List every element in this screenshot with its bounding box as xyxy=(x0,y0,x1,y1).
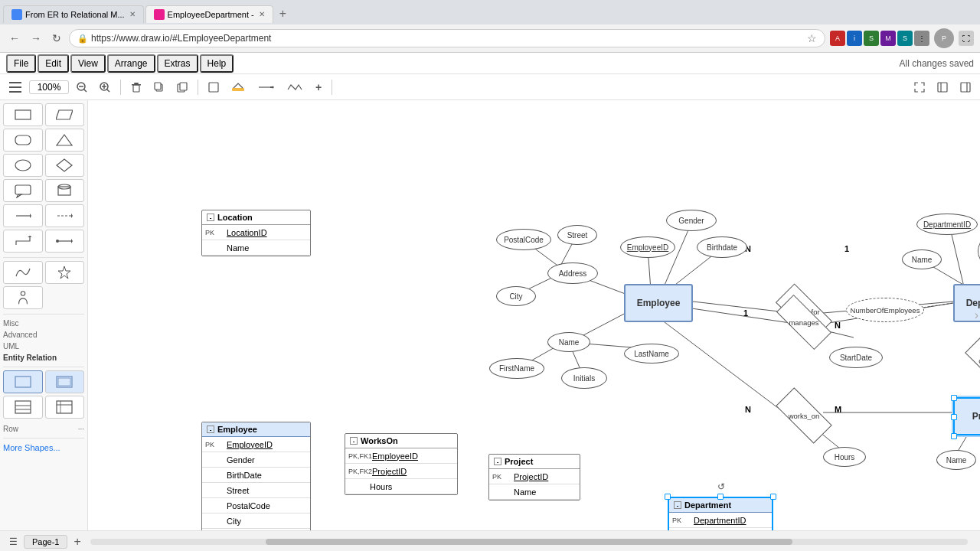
street-ellipse[interactable]: Street xyxy=(557,225,597,245)
forward-button[interactable]: → xyxy=(28,31,44,46)
menu-help[interactable]: Help xyxy=(200,54,234,73)
handle-tl[interactable] xyxy=(951,395,957,401)
location-collapse-icon[interactable]: - xyxy=(207,214,214,221)
ext2[interactable]: i xyxy=(847,31,862,46)
menu-view[interactable]: View xyxy=(70,54,106,73)
page-1-tab[interactable]: Page-1 xyxy=(24,535,67,549)
profile-icon[interactable]: P xyxy=(934,28,954,48)
location-table[interactable]: - Location PK LocationID Name xyxy=(201,210,311,256)
horizontal-scrollbar[interactable] xyxy=(90,539,968,545)
numemployees-ellipse[interactable]: NumberOfEmployees xyxy=(846,298,924,322)
shape-angled[interactable] xyxy=(45,103,85,126)
copy-style-btn[interactable] xyxy=(149,80,169,95)
sidebar-toggle[interactable] xyxy=(933,80,952,95)
employee-collapse-icon[interactable]: - xyxy=(207,425,214,433)
tab-1[interactable]: From ER to Relational M... ✕ xyxy=(3,5,144,23)
shape-callout[interactable] xyxy=(3,179,43,202)
firstname-ellipse[interactable]: FirstName xyxy=(489,358,544,379)
tab2-close[interactable]: ✕ xyxy=(259,10,265,18)
panel-toggle-btn[interactable]: ☰ xyxy=(6,536,21,547)
address-ellipse[interactable]: Address xyxy=(547,262,598,284)
project-table-collapse-icon[interactable]: - xyxy=(494,458,501,465)
reload-button[interactable]: ↻ xyxy=(49,31,64,46)
shape-diamond[interactable] xyxy=(45,154,85,177)
insert-btn[interactable]: + xyxy=(311,79,326,96)
deptid-ellipse[interactable]: DepartmentID xyxy=(916,214,978,235)
canvas[interactable]: works_for manages controls works_on N 1 … xyxy=(88,100,980,530)
ext5[interactable]: S xyxy=(897,31,913,46)
shape-dashed-arrow[interactable] xyxy=(45,204,85,227)
ext3[interactable]: S xyxy=(864,31,879,46)
projname-ellipse[interactable]: Name xyxy=(936,450,976,470)
dept-handle-tm[interactable] xyxy=(717,494,724,500)
zoom-in-btn[interactable] xyxy=(95,80,115,95)
menu-arrange[interactable]: Arrange xyxy=(107,54,155,73)
project-entity[interactable]: Project xyxy=(953,397,980,435)
more-shapes-btn[interactable]: More Shapes... xyxy=(3,442,84,454)
new-tab-button[interactable]: + xyxy=(275,7,291,21)
department-table[interactable]: - Department PK DepartmentID Name FK Loc… xyxy=(668,497,773,530)
workson-table[interactable]: - WorksOn PK,FK1 EmployeeID PK,FK2 Proje… xyxy=(345,433,458,495)
handle-bl[interactable] xyxy=(951,433,957,439)
er-weak-entity[interactable] xyxy=(45,370,85,393)
tab1-close[interactable]: ✕ xyxy=(129,10,136,18)
address-bar[interactable]: 🔒 https://www.draw.io/#LEmployeeDepartme… xyxy=(69,29,825,47)
birthdate-ellipse[interactable]: Birthdate xyxy=(697,236,747,258)
er-pk-table[interactable] xyxy=(45,396,85,419)
right-scroll[interactable]: › xyxy=(975,308,978,322)
er-table-shape[interactable] xyxy=(3,396,43,419)
hours-ellipse[interactable]: Hours xyxy=(823,447,866,467)
shape-cross[interactable] xyxy=(45,230,85,253)
startdate-ellipse[interactable]: StartDate xyxy=(829,347,883,368)
dept-handle-tr[interactable] xyxy=(770,494,776,500)
refresh-icon[interactable]: ↺ xyxy=(717,481,725,492)
manages-relationship[interactable]: manages xyxy=(774,308,834,336)
section-uml[interactable]: UML xyxy=(3,341,84,352)
section-entity-relation[interactable]: Entity Relation xyxy=(3,352,84,364)
shape-rect[interactable] xyxy=(3,103,43,126)
gender-ellipse[interactable]: Gender xyxy=(666,210,717,231)
bookmark-button[interactable]: ☆ xyxy=(807,32,817,44)
initials-ellipse[interactable]: Initials xyxy=(561,367,607,389)
section-misc[interactable]: Misc xyxy=(3,318,84,329)
ext4[interactable]: M xyxy=(880,31,896,46)
menu-edit[interactable]: Edit xyxy=(38,54,69,73)
project-table[interactable]: - Project PK ProjectID Name xyxy=(488,454,580,500)
name-emp-ellipse[interactable]: Name xyxy=(547,332,590,352)
shape-freehand[interactable] xyxy=(3,261,43,284)
shape-triangle[interactable] xyxy=(45,129,85,152)
menu-file[interactable]: File xyxy=(6,54,36,73)
shape-star[interactable] xyxy=(45,261,85,284)
deptname-ellipse[interactable]: Name xyxy=(902,249,942,269)
employee-table[interactable]: - Employee PK EmployeeID Gender BirthDat… xyxy=(201,422,311,530)
menu-icon-btn[interactable] xyxy=(5,80,26,95)
workson-collapse-icon[interactable]: - xyxy=(350,437,358,445)
er-entity[interactable] xyxy=(3,370,43,393)
section-advanced[interactable]: Advanced xyxy=(3,329,84,341)
dept-handle-tl[interactable] xyxy=(665,494,671,500)
handle-ml[interactable] xyxy=(951,414,957,420)
fill-btn[interactable] xyxy=(227,80,250,95)
paste-style-btn[interactable] xyxy=(172,80,192,95)
tab-2[interactable]: EmployeeDepartment - ✕ xyxy=(145,5,273,23)
shape-rounded[interactable] xyxy=(3,129,43,152)
line-style-btn[interactable] xyxy=(253,80,279,95)
dept-table-collapse-icon[interactable]: - xyxy=(674,501,681,509)
shape-connector[interactable] xyxy=(3,230,43,253)
chrome-menu[interactable]: ⋮ xyxy=(914,31,929,46)
zoom-out-btn[interactable] xyxy=(72,80,92,95)
controls-relationship[interactable]: controls xyxy=(964,345,980,376)
shape-arrow[interactable] xyxy=(3,204,43,227)
back-button[interactable]: ← xyxy=(6,31,23,46)
ext1[interactable]: A xyxy=(830,31,845,46)
employeeid-ellipse[interactable]: EmployeeID xyxy=(620,236,675,258)
delete-btn[interactable] xyxy=(126,80,146,95)
add-page-button[interactable]: + xyxy=(70,535,83,549)
shape-cylinder[interactable] xyxy=(45,179,85,202)
employee-entity[interactable]: Employee xyxy=(624,284,693,322)
format-btn[interactable] xyxy=(204,80,224,95)
menu-extras[interactable]: Extras xyxy=(157,54,198,73)
shape-ellipse[interactable] xyxy=(3,154,43,177)
postalcode-ellipse[interactable]: PostalCode xyxy=(496,229,551,250)
fullscreen-toggle[interactable] xyxy=(910,80,929,95)
